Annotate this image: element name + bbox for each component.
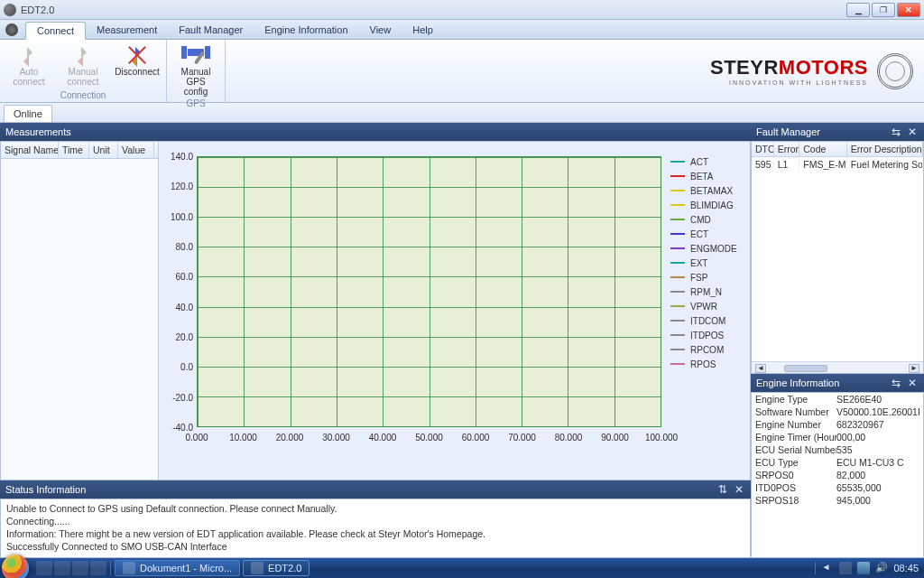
legend-item[interactable]: ENGMODE: [670, 241, 744, 256]
chart-area[interactable]: -40.0-20.00.020.040.060.080.0100.0120.01…: [159, 142, 750, 480]
legend-swatch-icon: [670, 247, 685, 249]
legend-item[interactable]: BETA: [670, 169, 744, 183]
quick-launch: [32, 561, 111, 575]
page-tab-strip: Online: [0, 103, 924, 123]
tray-volume-icon[interactable]: 🔊: [875, 562, 888, 574]
signal-column-header[interactable]: Unit: [89, 142, 118, 158]
legend-item[interactable]: ACT: [670, 154, 744, 169]
fault-column-header[interactable]: Code: [799, 142, 847, 156]
fault-column-header[interactable]: Error Description: [847, 142, 923, 156]
tray-app-icon[interactable]: [839, 562, 852, 574]
fault-column-header[interactable]: DTC: [752, 142, 774, 156]
x-tick-label: 80.000: [555, 433, 583, 443]
legend-item[interactable]: BETAMAX: [670, 183, 744, 198]
x-tick-label: 0.000: [185, 433, 208, 443]
legend-item[interactable]: RPM_N: [670, 284, 744, 299]
menu-tab-connect[interactable]: Connect: [25, 22, 86, 40]
legend-label: CMD: [690, 215, 711, 225]
scroll-thumb[interactable]: [784, 365, 827, 372]
fault-manager-panel: DTCErrorCodeError Description 595L1FMS_E…: [751, 141, 924, 374]
disconnect-button[interactable]: Disconnect: [114, 42, 161, 89]
chart-legend: ACTBETABETAMAXBLIMDIAGCMDECTENGMODEEXTFS…: [670, 154, 744, 371]
engine-info-row: SRPOS082,000: [752, 469, 923, 481]
app-menu-icon[interactable]: [5, 23, 18, 36]
legend-swatch-icon: [670, 349, 685, 350]
legend-item[interactable]: VPWR: [670, 299, 744, 313]
y-tick-label: 0.0: [162, 362, 193, 372]
taskbar-app-icon: [251, 562, 263, 574]
signal-column-header[interactable]: Signal Name: [1, 142, 59, 158]
signal-column-header[interactable]: Time: [59, 142, 89, 158]
close-icon[interactable]: ✕: [906, 126, 919, 138]
measurements-panel: Signal NameTimeUnitValue -40.0-20.00.020…: [0, 141, 751, 480]
window-close-button[interactable]: ✕: [897, 3, 920, 17]
legend-item[interactable]: ECT: [670, 227, 744, 241]
window-maximize-button[interactable]: ❐: [872, 3, 895, 17]
legend-swatch-icon: [670, 320, 685, 322]
legend-swatch-icon: [670, 190, 685, 191]
tray-network-icon[interactable]: [857, 562, 870, 574]
taskbar-button[interactable]: EDT2.0: [243, 560, 310, 576]
y-tick-label: -20.0: [162, 392, 193, 402]
signal-column-header[interactable]: Value: [118, 142, 154, 158]
fault-column-header[interactable]: Error: [774, 142, 799, 156]
legend-label: BETAMAX: [690, 186, 733, 196]
ribbon-group-gps: Manual GPSconfig GPS: [167, 40, 226, 102]
y-tick-label: 120.0: [162, 182, 193, 191]
y-tick-label: 20.0: [162, 332, 193, 342]
scroll-left-icon[interactable]: ◄: [755, 364, 766, 373]
legend-item[interactable]: RPOS: [670, 357, 744, 371]
manual-gps-config-button[interactable]: Manual GPSconfig: [172, 42, 219, 98]
legend-swatch-icon: [670, 219, 685, 220]
window-title: EDT2.0: [21, 5, 846, 15]
y-tick-label: 60.0: [162, 272, 193, 282]
legend-swatch-icon: [670, 276, 685, 278]
tray-expand-icon[interactable]: ◄: [821, 562, 834, 574]
manual-connect-button[interactable]: Manualconnect: [60, 42, 106, 89]
taskbar[interactable]: Dokument1 - Micro...EDT2.0 ◄ 🔊 08:45: [0, 558, 924, 578]
legend-item[interactable]: ITDPOS: [670, 328, 744, 342]
menu-tab-view[interactable]: View: [359, 22, 402, 39]
legend-item[interactable]: RPCOM: [670, 342, 744, 357]
legend-item[interactable]: ITDCOM: [670, 313, 744, 328]
x-tick-label: 60.000: [462, 433, 490, 443]
legend-label: ENGMODE: [690, 244, 737, 254]
window-minimize-button[interactable]: ▁: [846, 3, 870, 17]
menu-tab-engine-information[interactable]: Engine Information: [254, 22, 358, 39]
engine-info-row: Engine TypeSE266E40: [752, 393, 923, 406]
menu-tab-help[interactable]: Help: [402, 22, 444, 39]
legend-label: ECT: [690, 229, 708, 239]
taskbar-button[interactable]: Dokument1 - Micro...: [115, 560, 240, 576]
menu-tab-measurement[interactable]: Measurement: [86, 22, 168, 39]
legend-label: RPOS: [690, 359, 716, 369]
status-line: Unable to Connect to GPS using Default c…: [6, 502, 744, 515]
legend-item[interactable]: BLIMDIAG: [670, 198, 744, 212]
legend-swatch-icon: [670, 305, 685, 307]
sort-icon[interactable]: ⇅: [716, 483, 729, 496]
fault-row[interactable]: 595L1FMS_E-MINFuel Metering So: [752, 157, 923, 172]
ql-explorer-icon[interactable]: [54, 561, 70, 575]
engine-info-row: ECU Serial Number535: [752, 443, 923, 456]
start-button[interactable]: [2, 555, 29, 578]
legend-item[interactable]: EXT: [670, 256, 744, 270]
legend-label: RPM_N: [690, 287, 722, 297]
swap-icon[interactable]: ⇆: [890, 126, 902, 138]
taskbar-clock[interactable]: 08:45: [893, 563, 919, 573]
close-icon[interactable]: ✕: [733, 483, 745, 496]
x-tick-label: 20.000: [276, 433, 304, 443]
horizontal-scrollbar[interactable]: ◄ ►: [752, 361, 923, 374]
menu-tab-fault-manager[interactable]: Fault Manager: [168, 22, 254, 39]
ql-app-icon[interactable]: [90, 561, 106, 575]
x-tick-label: 10.000: [229, 433, 257, 443]
legend-item[interactable]: FSP: [670, 270, 744, 284]
legend-item[interactable]: CMD: [670, 212, 744, 227]
tab-online[interactable]: Online: [4, 105, 52, 122]
legend-label: FSP: [690, 273, 707, 283]
ql-ie-icon[interactable]: [72, 561, 88, 575]
status-body: Unable to Connect to GPS using Default c…: [0, 499, 751, 558]
swap-icon[interactable]: ⇆: [890, 377, 902, 389]
auto-connect-button[interactable]: Autoconnect: [5, 42, 52, 89]
ql-desktop-icon[interactable]: [36, 561, 52, 575]
close-icon[interactable]: ✕: [906, 377, 919, 389]
scroll-right-icon[interactable]: ►: [909, 364, 919, 373]
